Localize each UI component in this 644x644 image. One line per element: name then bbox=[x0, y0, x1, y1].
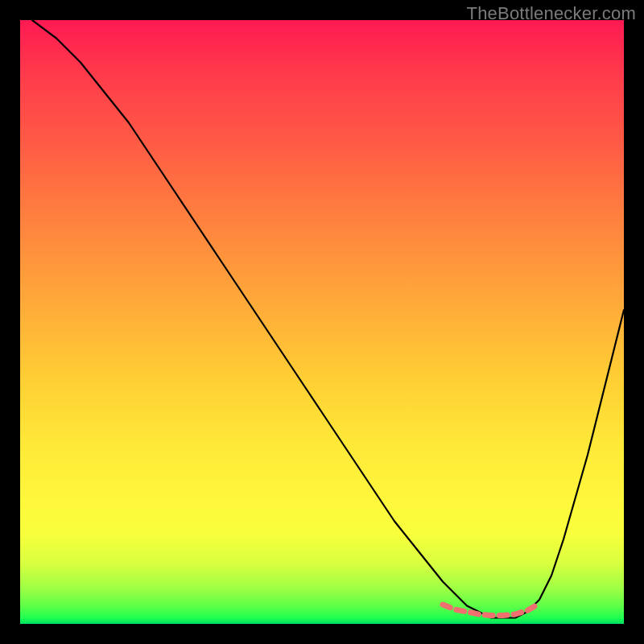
bottleneck-curve bbox=[32, 20, 624, 618]
curve-layer bbox=[20, 20, 624, 624]
plot-area bbox=[20, 20, 624, 624]
chart-frame: TheBottlenecker.com bbox=[0, 0, 644, 644]
